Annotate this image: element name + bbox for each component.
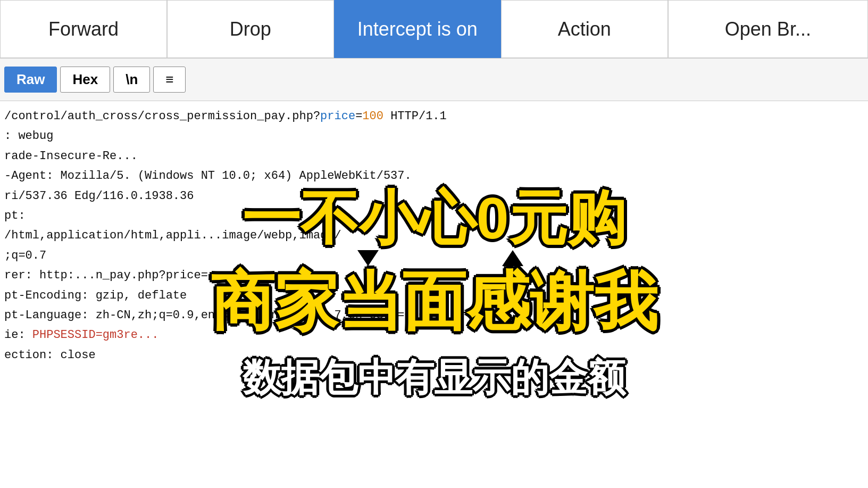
http-line-12: ie: PHPSESSID=gm3re... — [4, 325, 868, 345]
http-line-2: : webug — [4, 126, 868, 146]
hex-button[interactable]: Hex — [60, 67, 110, 93]
open-browser-button[interactable]: Open Br... — [668, 0, 868, 58]
forward-button[interactable]: Forward — [0, 0, 167, 58]
http-line-13: ection: close — [4, 345, 868, 365]
format-bar: Raw Hex \n ≡ — [0, 59, 868, 101]
http-line-1: /control/auth_cross/cross_permission_pay… — [4, 106, 868, 126]
http-line-6: pt: — [4, 206, 868, 226]
intercept-button[interactable]: Intercept is on — [334, 0, 501, 58]
http-line-9: rer: http:...n_pay.php?price= — [4, 266, 868, 285]
http-line-3: rade-Insecure-Re... — [4, 146, 868, 166]
raw-button[interactable]: Raw — [4, 67, 57, 93]
http-line-5: ri/537.36 Edg/116.0.1938.36 — [4, 186, 868, 206]
menu-button[interactable]: ≡ — [153, 67, 186, 93]
newline-button[interactable]: \n — [113, 67, 150, 93]
http-line-8: ;q=0.7 — [4, 246, 868, 266]
http-line-10: pt-Encoding: gzip, deflate — [4, 286, 868, 305]
http-line-7: /html,application/html,appli...image/web… — [4, 226, 868, 245]
action-button[interactable]: Action — [501, 0, 668, 58]
http-content: /control/auth_cross/cross_permission_pay… — [0, 101, 868, 488]
http-line-4: -Agent: Mozilla/5. (Windows NT 10.0; x64… — [4, 166, 868, 186]
toolbar: Forward Drop Intercept is on Action Open… — [0, 0, 868, 59]
http-line-11: pt-Language: zh-CN,zh;q=0.9,en;q=0.8,en-… — [4, 305, 868, 325]
drop-button[interactable]: Drop — [167, 0, 334, 58]
